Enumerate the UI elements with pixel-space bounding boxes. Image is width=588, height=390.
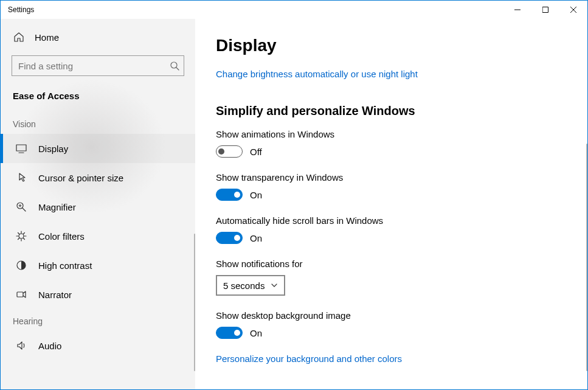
section-heading: Simplify and personalize Windows (216, 104, 567, 118)
main-content: Display Change brightness automatically … (195, 19, 587, 389)
nav-hearing: Audio (1, 331, 195, 360)
group-label-vision: Vision (1, 112, 195, 134)
maximize-button[interactable] (531, 1, 559, 19)
animations-toggle[interactable] (216, 145, 243, 158)
svg-line-20 (24, 233, 25, 234)
setting-transparency: Show transparency in Windows On (216, 172, 567, 201)
chevron-down-icon (271, 282, 278, 289)
setting-label: Show desktop background image (216, 310, 567, 321)
toggle-state-text: On (250, 233, 262, 243)
minimize-button[interactable] (503, 1, 531, 19)
svg-point-4 (171, 62, 177, 68)
svg-line-5 (176, 68, 179, 70)
svg-line-19 (18, 239, 19, 240)
sidebar-item-display[interactable]: Display (1, 134, 195, 163)
svg-rect-1 (543, 7, 548, 13)
audio-icon (15, 340, 27, 352)
svg-point-12 (19, 234, 24, 239)
close-button[interactable] (559, 1, 587, 19)
svg-rect-6 (16, 145, 26, 151)
sidebar-item-label: Display (38, 144, 68, 154)
sidebar-item-cursor[interactable]: Cursor & pointer size (1, 163, 195, 192)
sidebar-item-high-contrast[interactable]: High contrast (1, 251, 195, 280)
titlebar: Settings (1, 1, 587, 19)
notifications-duration-select[interactable]: 5 seconds (216, 275, 285, 296)
sidebar-item-label: Audio (38, 341, 61, 351)
setting-label: Show notifications for (216, 259, 567, 269)
toggle-state-text: On (250, 328, 262, 338)
personalize-link[interactable]: Personalize your background and other co… (216, 353, 402, 364)
auto-hide-scroll-toggle[interactable] (216, 232, 243, 244)
sidebar-item-label: Magnifier (38, 202, 76, 212)
sidebar-item-label: Narrator (38, 290, 72, 300)
category-title: Ease of Access (1, 88, 195, 112)
transparency-toggle[interactable] (216, 189, 243, 201)
search-box[interactable] (12, 55, 184, 76)
color-filters-icon (15, 230, 27, 242)
desktop-bg-toggle[interactable] (216, 327, 243, 339)
setting-desktop-bg: Show desktop background image On (216, 310, 567, 339)
high-contrast-icon (15, 259, 27, 271)
sidebar-item-magnifier[interactable]: Magnifier (1, 192, 195, 221)
setting-animations: Show animations in Windows Off (216, 129, 567, 158)
svg-line-18 (24, 239, 25, 240)
display-icon (15, 142, 27, 155)
svg-line-9 (22, 208, 26, 211)
magnifier-icon (15, 201, 27, 213)
sidebar-scroll[interactable]: Vision Display Cursor & pointer size Mag… (1, 112, 195, 389)
toggle-state-text: Off (250, 147, 262, 157)
sidebar-item-label: Color filters (38, 231, 85, 242)
sidebar-item-narrator[interactable]: Narrator (1, 280, 195, 309)
setting-notifications-duration: Show notifications for 5 seconds (216, 259, 567, 296)
search-icon (170, 61, 179, 71)
window-controls (503, 1, 587, 19)
sidebar: Home Ease of Access Vision Display Curso… (1, 19, 195, 389)
setting-label: Automatically hide scroll bars in Window… (216, 215, 567, 226)
brightness-link[interactable]: Change brightness automatically or use n… (216, 69, 418, 79)
setting-label: Show animations in Windows (216, 129, 567, 139)
sidebar-item-color-filters[interactable]: Color filters (1, 221, 195, 251)
svg-line-17 (18, 233, 19, 234)
setting-auto-hide-scroll: Automatically hide scroll bars in Window… (216, 215, 567, 244)
select-value: 5 seconds (223, 280, 265, 291)
nav-vision: Display Cursor & pointer size Magnifier … (1, 134, 195, 309)
sidebar-item-audio[interactable]: Audio (1, 331, 195, 360)
sidebar-item-label: Cursor & pointer size (38, 173, 123, 183)
page-title: Display (216, 36, 567, 55)
sidebar-item-label: High contrast (38, 260, 92, 271)
svg-rect-22 (17, 292, 23, 297)
cursor-icon (15, 172, 27, 184)
home-icon (13, 31, 25, 43)
toggle-state-text: On (250, 190, 262, 200)
window-title: Settings (8, 5, 34, 14)
home-label: Home (35, 32, 59, 43)
home-button[interactable]: Home (1, 19, 195, 52)
narrator-icon (15, 288, 27, 301)
search-input[interactable] (12, 55, 184, 76)
setting-label: Show transparency in Windows (216, 172, 567, 183)
group-label-hearing: Hearing (1, 309, 195, 331)
